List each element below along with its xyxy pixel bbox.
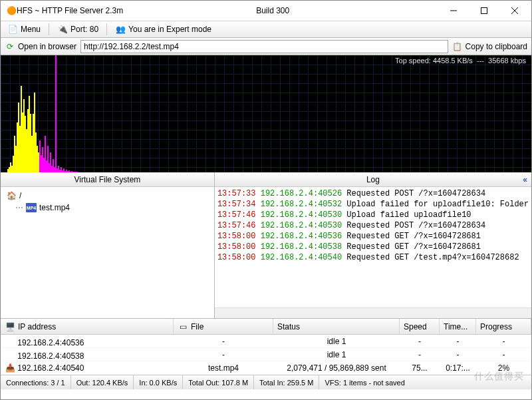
file-icon: ▭ — [178, 321, 188, 332]
log-entry: 13:58:00 192.168.2.4:40538 Requested GET… — [217, 242, 529, 252]
top-speed: Top speed: 4458.5 KB/s — [395, 57, 473, 65]
log-entry: 13:58:00 192.168.2.4:40540 Requested GET… — [217, 252, 529, 263]
connection-row[interactable]: 192.168.2.4:40536-idle 1--- — [1, 335, 531, 348]
log-entry: 13:57:33 192.168.2.4:40526 Requested POS… — [217, 188, 529, 199]
mp4-icon: MP4 — [26, 203, 37, 212]
home-icon: 🏠 — [6, 190, 17, 201]
col-speed[interactable]: Speed — [400, 319, 440, 334]
vfs-pane: Virtual File System 🏠/ ⋯MP4test.mp4 — [1, 172, 215, 318]
connection-row[interactable]: 📥 192.168.2.4:40540test.mp42,079,471 / 9… — [1, 361, 531, 375]
close-button[interactable] — [499, 1, 530, 21]
log-entry: 13:57:46 192.168.2.4:40530 Upload failed… — [217, 210, 529, 220]
status-total-out: Total Out: 107.8 M — [183, 375, 254, 389]
status-out: Out: 120.4 KB/s — [71, 375, 134, 389]
clipboard-icon: 📋 — [452, 41, 463, 52]
collapse-button[interactable]: « — [523, 175, 527, 184]
log-entry: 13:58:00 192.168.2.4:40536 Requested GET… — [217, 231, 529, 242]
log-entry: 13:57:34 192.168.2.4:40532 Upload failed… — [217, 199, 529, 210]
minimize-button[interactable] — [438, 1, 469, 21]
open-browser-button[interactable]: ⟳Open in browser — [5, 41, 76, 52]
mode-label: You are in Expert mode — [128, 25, 211, 34]
menu-icon: 📄 — [7, 24, 18, 35]
title-bar: 🟠 HFS ~ HTTP File Server 2.3m Build 300 — [1, 1, 531, 21]
status-connections: Connections: 3 / 1 — [1, 375, 71, 389]
connection-row[interactable]: 192.168.2.4:40538-idle 1--- — [1, 348, 531, 361]
port-label: Port: 80 — [70, 25, 98, 34]
connections-header: 🖥️IP address ▭File Status Speed Time... … — [1, 319, 531, 335]
build-label: Build 300 — [256, 6, 438, 15]
open-label: Open in browser — [18, 42, 76, 51]
log-list[interactable]: 13:57:33 192.168.2.4:40526 Requested POS… — [215, 187, 531, 307]
copy-label: Copy to clipboard — [466, 42, 527, 51]
url-bar: ⟳Open in browser 📋Copy to clipboard — [1, 38, 531, 55]
status-bar: Connections: 3 / 1 Out: 120.4 KB/s In: 0… — [1, 375, 531, 389]
status-vfs: VFS: 1 items - not saved — [319, 375, 531, 389]
col-file[interactable]: ▭File — [174, 319, 273, 334]
log-header: Log« — [215, 172, 531, 187]
monitor-icon: 🖥️ — [5, 321, 15, 332]
tree-root[interactable]: 🏠/ — [6, 190, 209, 202]
separator — [49, 23, 49, 35]
scrollbar-horizontal[interactable] — [215, 307, 531, 318]
col-time[interactable]: Time... — [440, 319, 476, 334]
col-ip[interactable]: 🖥️IP address — [1, 319, 174, 334]
port-button[interactable]: 🔌Port: 80 — [55, 23, 101, 36]
graph-stats: Top speed: 4458.5 KB/s --- 35668 kbps — [395, 57, 526, 65]
app-icon: 🟠 — [6, 5, 17, 16]
toolbar: 📄Menu 🔌Port: 80 👥You are in Expert mode — [1, 21, 531, 38]
status-in: In: 0.0 KB/s — [134, 375, 183, 389]
vfs-tree[interactable]: 🏠/ ⋯MP4test.mp4 — [1, 187, 214, 318]
log-pane: Log« 13:57:33 192.168.2.4:40526 Requeste… — [215, 172, 531, 318]
conn-icon — [5, 348, 15, 359]
url-input[interactable] — [80, 40, 448, 53]
kbps: 35668 kbps — [488, 57, 526, 65]
col-progress[interactable]: Progress — [476, 319, 531, 334]
separator — [106, 23, 107, 35]
log-entry: 13:57:46 192.168.2.4:40530 Requested POS… — [217, 220, 529, 231]
svg-rect-1 — [481, 8, 487, 14]
menu-button[interactable]: 📄Menu — [5, 23, 43, 36]
connections-list: 192.168.2.4:40536-idle 1--- 192.168.2.4:… — [1, 335, 531, 375]
expert-icon: 👥 — [115, 24, 126, 35]
status-total-in: Total In: 259.5 M — [254, 375, 319, 389]
refresh-icon: ⟳ — [5, 41, 15, 52]
menu-label: Menu — [21, 25, 41, 34]
window-title: HFS ~ HTTP File Server 2.3m — [17, 6, 123, 15]
copy-clipboard-button[interactable]: 📋Copy to clipboard — [452, 41, 527, 52]
col-status[interactable]: Status — [273, 319, 400, 334]
vfs-header: Virtual File System — [1, 172, 214, 187]
graph-bars — [7, 55, 127, 172]
tree-file[interactable]: ⋯MP4test.mp4 — [15, 202, 209, 214]
conn-icon: 📥 — [5, 363, 15, 373]
port-icon: 🔌 — [57, 24, 68, 35]
maximize-button[interactable] — [469, 1, 499, 21]
conn-icon — [5, 335, 15, 345]
mode-button[interactable]: 👥You are in Expert mode — [112, 23, 214, 36]
traffic-graph: Top speed: 4458.5 KB/s --- 35668 kbps — [1, 55, 531, 172]
